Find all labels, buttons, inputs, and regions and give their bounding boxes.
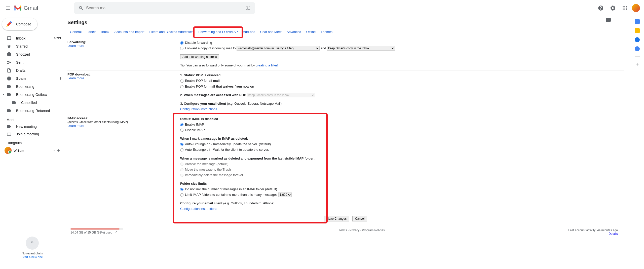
tab-general[interactable]: General [67,28,84,36]
pop-config-instructions-link[interactable]: Configuration instructions [180,107,217,111]
imap-learn-more-link[interactable]: Learn more [67,124,84,128]
sidebar-item-boomerang-returned[interactable]: Boomerang-Returned [0,107,64,115]
contacts-addon-icon[interactable] [635,46,640,51]
enable-pop-now-option[interactable]: Enable POP for mail that arrives from no… [180,85,254,88]
compose-button[interactable]: Compose [2,18,37,30]
chevron-down-icon [2,92,5,97]
tab-chat-meet[interactable]: Chat and Meet [258,28,284,36]
sidebar-item-new-meeting[interactable]: New meeting [0,123,64,130]
tab-themes[interactable]: Themes [318,28,335,36]
disable-forwarding-option[interactable]: Disable forwarding [180,41,212,45]
sidebar-item-spam[interactable]: Spam8 [0,74,64,83]
start-chat-link[interactable]: Start a new one [22,255,43,259]
sidebar-item-sent[interactable]: Sent [0,58,64,66]
keyboard-icon [7,132,12,137]
imap-section: IMAP access: (access Gmail from other cl… [67,114,624,214]
pop-status-value: POP is disabled [196,73,220,77]
hangouts-avatar[interactable] [5,147,12,154]
tab-labels[interactable]: Labels [84,28,99,36]
account-avatar[interactable] [632,4,640,12]
label-icon [7,84,12,89]
sidebar-item-starred[interactable]: Starred [0,42,64,50]
imap-expunged-label: When a message is marked as deleted and … [180,157,315,160]
forward-copy-option[interactable]: Forward a copy of incoming mail to [180,46,237,50]
chevron-down-icon[interactable] [53,149,55,152]
tab-advanced[interactable]: Advanced [284,28,304,36]
footer: 14.04 GB of 15 GB (93%) used Terms · Pri… [67,226,624,242]
header: Gmail [0,0,644,16]
storage-text: 14.04 GB of 15 GB (93%) used [70,231,112,234]
forwarding-learn-more-link[interactable]: Learn more [67,44,84,48]
sidebar: Compose Inbox 6,721 Starred Snoozed Sent… [0,16,64,269]
privacy-link[interactable]: Privacy [350,228,359,232]
create-filter-link[interactable]: creating a filter! [256,63,278,67]
tasks-addon-icon[interactable] [635,37,640,42]
forward-address-select[interactable]: wantonelli@insider.com (in use by a filt… [237,46,320,51]
forward-action-select[interactable]: keep Gmail's copy in the Inbox [327,46,395,51]
page-title: Settings [66,16,630,28]
main-menu-icon[interactable] [2,2,14,14]
apps-grid-icon[interactable] [620,3,630,13]
calendar-addon-icon[interactable] [635,19,640,24]
spam-count: 8 [60,77,61,80]
sidebar-item-cancelled[interactable]: Cancelled [0,99,64,107]
tab-offline[interactable]: Offline [304,28,318,36]
sidebar-item-drafts[interactable]: Drafts [0,66,64,74]
search-input[interactable] [86,6,243,10]
pop-label: POP download: [67,72,92,76]
sidebar-item-boomerang[interactable]: Boomerang [0,83,64,91]
add-forwarding-address-button[interactable]: Add a forwarding address [180,54,219,59]
tab-add-ons[interactable]: Add-ons [240,28,257,36]
svg-point-6 [624,6,625,7]
meet-section-title: Meet [0,115,64,123]
side-panel [630,16,644,269]
imap-status-text: Status: IMAP is disabled [180,117,218,121]
enable-pop-all-option[interactable]: Enable POP for all mail [180,79,220,83]
inbox-icon [7,36,12,41]
sidebar-item-snoozed[interactable]: Snoozed [0,50,64,58]
auto-expunge-on-option[interactable]: Auto-Expunge on - Immediately update the… [180,142,271,146]
terms-link[interactable]: Terms [339,228,347,232]
folder-limit-select[interactable]: 1,000 [278,193,292,197]
pop-learn-more-link[interactable]: Learn more [67,76,84,80]
storage-open-icon[interactable] [115,231,118,234]
get-addons-icon[interactable] [635,62,640,67]
tab-forwarding[interactable]: Forwarding and POP/IMAP [196,28,240,36]
details-link[interactable]: Details [609,232,618,236]
imap-label: IMAP access: [67,116,89,120]
hangouts-name: William [14,149,53,152]
new-chat-icon[interactable] [55,147,61,153]
search-options-icon[interactable] [243,3,253,13]
keep-addon-icon[interactable] [635,28,640,33]
sidebar-item-label: Snoozed [16,52,61,56]
no-limit-option[interactable]: Do not limit the number of messages in a… [180,187,277,191]
imap-config-instructions-link[interactable]: Configuration instructions [180,207,217,211]
tab-filters[interactable]: Filters and Blocked Addresses [147,28,196,36]
support-icon[interactable] [596,3,606,13]
tab-accounts[interactable]: Accounts and Import [112,28,147,36]
input-tools-toggle[interactable] [606,18,615,22]
auto-expunge-off-option[interactable]: Auto-Expunge off - Wait for the client t… [180,148,269,151]
sidebar-item-join-meeting[interactable]: Join a meeting [0,130,64,138]
limit-option[interactable]: Limit IMAP folders to contain no more th… [180,193,278,197]
sidebar-item-inbox[interactable]: Inbox 6,721 [0,34,64,42]
search-icon[interactable] [76,3,86,13]
activity-text: Last account activity: 44 minutes ago [568,228,618,232]
sidebar-item-boomerang-outbox[interactable]: Boomerang-Outbox [0,91,64,99]
imap-configure-hint: (e.g. Outlook, Thunderbird, iPhone) [223,201,275,205]
sidebar-item-label: Join a meeting [16,132,61,136]
settings-gear-icon[interactable] [608,3,618,13]
policies-link[interactable]: Program Policies [362,228,385,232]
cancel-button[interactable]: Cancel [352,216,367,221]
gmail-logo[interactable]: Gmail [14,3,74,13]
forwarding-section: Forwarding: Learn more Disable forwardin… [67,38,624,70]
enable-imap-option[interactable]: Enable IMAP [180,123,204,126]
pop-status-prefix: 1. Status: [180,73,196,77]
tab-inbox[interactable]: Inbox [99,28,112,36]
pop-configure-hint: (e.g. Outlook, Eudora, Netscape Mail) [227,102,282,105]
save-changes-button[interactable]: Save Changes [324,216,350,221]
disable-imap-option[interactable]: Disable IMAP [180,128,205,132]
svg-point-7 [626,6,627,7]
trash-option: Move the message to the Trash [180,168,231,171]
svg-point-11 [623,9,624,10]
